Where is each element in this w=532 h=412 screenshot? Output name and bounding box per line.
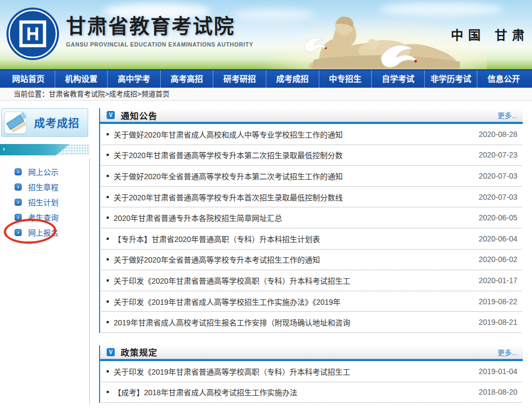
notice-date: 2020-07-03 bbox=[478, 193, 522, 201]
nav-item-8[interactable]: 非学历考试 bbox=[424, 70, 477, 88]
sidebar-item-1[interactable]: ›招生章程 bbox=[0, 179, 90, 194]
site-banner: 甘肃省教育考试院 GANSU PROVINCIAL EDUCATION EXAM… bbox=[0, 0, 532, 69]
section-rows: 关于做好2020年甘肃省成人高校和成人中等专业学校招生工作的通知2020-08-… bbox=[100, 124, 523, 333]
sidebar: 成考成招 › ›网上公示›招生章程›招生计划›考生查询›网上报名 bbox=[0, 101, 90, 403]
chevron-right-icon: › bbox=[15, 214, 22, 221]
bullet-icon bbox=[107, 300, 109, 303]
section-check-icon: V bbox=[107, 348, 115, 356]
channel-title: 成考成招 bbox=[34, 115, 80, 130]
notice-date: 2019-08-21 bbox=[478, 318, 522, 326]
channel-books-icon bbox=[4, 112, 27, 134]
section-check-icon: V bbox=[107, 111, 115, 119]
chevron-right-icon: › bbox=[15, 184, 22, 191]
section-title: 通知公告 bbox=[121, 109, 157, 122]
sidebar-strip: › bbox=[0, 144, 90, 155]
list-item[interactable]: 关于2020年甘肃省普通高等学校专升本第二次招生录取最低控制分数2020-07-… bbox=[101, 145, 522, 166]
bullet-icon bbox=[107, 370, 109, 372]
dove-icon bbox=[377, 41, 422, 69]
notice-date: 2020-06-05 bbox=[478, 213, 522, 222]
channel-header: 成考成招 bbox=[1, 108, 88, 137]
notice-title-link[interactable]: 【成考】2018年甘肃省成人高校考试招生工作实施办法 bbox=[114, 387, 297, 397]
bullet-icon bbox=[107, 175, 109, 177]
list-item[interactable]: 2019年甘肃省成人高校考试招生报名工作安排（附现场确认地址和咨询2019-08… bbox=[101, 312, 522, 333]
notice-date: 2020-08-28 bbox=[478, 130, 522, 139]
sidebar-item-label: 考生查询 bbox=[28, 212, 58, 223]
notice-title-link[interactable]: 2020年甘肃省普通专升本各院校招生简章网址汇总 bbox=[114, 212, 282, 223]
bullet-icon bbox=[107, 133, 109, 135]
main-nav: 网站首页机构设置高中学考高考高招研考研招成考成招中专招生自学考试非学历考试信息公… bbox=[0, 69, 532, 88]
list-item[interactable]: 2020年甘肃省普通专升本各院校招生简章网址汇总2020-06-05 bbox=[101, 207, 522, 228]
sidebar-item-2[interactable]: ›招生计划 bbox=[0, 194, 90, 210]
list-item[interactable]: 关于做好2020年全省普通高等学校专升本考试招生工作的通知2020-06-02 bbox=[101, 250, 522, 271]
sidebar-item-label: 网上报名 bbox=[28, 227, 58, 238]
notice-title-link[interactable]: 【专升本】甘肃省2020年普通高职（专科）升本科招生计划表 bbox=[114, 233, 320, 244]
notice-title-link[interactable]: 关于2020年甘肃省普通高等学校专升本首次招生录取最低控制分数线 bbox=[114, 192, 343, 202]
site-title: 甘肃省教育考试院 bbox=[66, 15, 253, 39]
site-title-block: 甘肃省教育考试院 GANSU PROVINCIAL EDUCATION EXAM… bbox=[66, 15, 253, 48]
section-header: V通知公告更多... bbox=[100, 108, 523, 124]
notice-date: 2020-07-23 bbox=[478, 151, 522, 159]
notice-title-link[interactable]: 关于做好2020年全省普通高等学校专升本第二次考试招生工作的通知 bbox=[114, 171, 343, 181]
more-link[interactable]: 更多... bbox=[497, 110, 517, 120]
sidebar-item-label: 招生章程 bbox=[28, 181, 58, 192]
sidebar-item-label: 网上公示 bbox=[28, 166, 58, 177]
nav-item-5[interactable]: 成考成招 bbox=[266, 70, 319, 88]
bullet-icon bbox=[107, 238, 109, 240]
sidebar-item-4[interactable]: ›网上报名 bbox=[0, 225, 90, 240]
content-layout: 成考成招 › ›网上公示›招生章程›招生计划›考生查询›网上报名 V通知公告更多… bbox=[0, 101, 532, 403]
nav-item-0[interactable]: 网站首页 bbox=[2, 70, 55, 88]
list-item[interactable]: 【专升本】甘肃省2020年普通高职（专科）升本科招生计划表2020-06-04 bbox=[101, 228, 522, 250]
bullet-icon bbox=[107, 391, 109, 393]
more-link[interactable]: 更多... bbox=[497, 347, 517, 357]
sidebar-menu: ›网上公示›招生章程›招生计划›考生查询›网上报名 bbox=[0, 164, 90, 240]
notice-date: 2019-08-22 bbox=[478, 297, 522, 306]
section-title: 政策规定 bbox=[121, 345, 157, 358]
notice-date: 2018-08-20 bbox=[478, 388, 522, 396]
nav-item-3[interactable]: 高考高招 bbox=[160, 70, 213, 88]
nav-item-6[interactable]: 中专招生 bbox=[319, 70, 372, 88]
notice-title-link[interactable]: 关于印发《2019年甘肃省普通高等学校高职（专科）升本科考试招生工 bbox=[114, 366, 350, 377]
list-item[interactable]: 关于印发《2019年甘肃省普通高等学校高职（专科）升本科考试招生工2019-01… bbox=[101, 361, 522, 382]
nav-item-2[interactable]: 高中学考 bbox=[107, 70, 160, 88]
gansu-education-logo-icon[interactable] bbox=[6, 7, 60, 61]
section-0: V通知公告更多...关于做好2020年甘肃省成人高校和成人中等专业学校招生工作的… bbox=[99, 108, 523, 333]
bullet-icon bbox=[107, 196, 109, 198]
notice-title-link[interactable]: 关于印发《2019年甘肃省成人高等学校招生工作实施办法》《2019年 bbox=[114, 296, 340, 307]
list-item[interactable]: 关于印发《2019年甘肃省成人高等学校招生工作实施办法》《2019年2019-0… bbox=[101, 291, 522, 312]
nav-item-1[interactable]: 机构设置 bbox=[55, 70, 108, 88]
site-subtitle: GANSU PROVINCIAL EDUCATION EXAMINATIONS … bbox=[66, 41, 253, 48]
main-nav-list: 网站首页机构设置高中学考高考高招研考研招成考成招中专招生自学考试非学历考试信息公… bbox=[0, 70, 532, 88]
nav-item-9[interactable]: 信息公开 bbox=[477, 70, 530, 88]
notice-date: 2020-01-17 bbox=[478, 276, 522, 285]
notice-date: 2019-01-04 bbox=[478, 367, 522, 376]
section-header: V政策规定更多... bbox=[100, 345, 523, 361]
bullet-icon bbox=[107, 279, 109, 282]
chevron-right-icon: › bbox=[15, 168, 22, 175]
breadcrumb[interactable]: 当前位置：甘肃省教育考试院>成考成招>频道首页 bbox=[0, 88, 532, 101]
main-content: V通知公告更多...关于做好2020年甘肃省成人高校和成人中等专业学校招生工作的… bbox=[99, 101, 523, 403]
section-1: V政策规定更多...关于印发《2019年甘肃省普通高等学校高职（专科）升本科考试… bbox=[99, 345, 523, 403]
notice-title-link[interactable]: 关于做好2020年甘肃省成人高校和成人中等专业学校招生工作的通知 bbox=[114, 129, 343, 140]
chevron-right-icon: › bbox=[15, 199, 22, 206]
list-item[interactable]: 关于做好2020年全省普通高等学校专升本第二次考试招生工作的通知2020-07-… bbox=[101, 166, 522, 187]
list-item[interactable]: 关于印发《2020年甘肃省普通高等学校高职（专科）升本科考试招生工2020-01… bbox=[101, 270, 522, 291]
breadcrumb-text: 当前位置：甘肃省教育考试院>成考成招>频道首页 bbox=[14, 90, 169, 98]
notice-date: 2020-07-03 bbox=[478, 172, 522, 180]
sidebar-item-0[interactable]: ›网上公示 bbox=[0, 164, 90, 179]
notice-title-link[interactable]: 2019年甘肃省成人高校考试招生报名工作安排（附现场确认地址和咨询 bbox=[114, 317, 350, 328]
nav-item-4[interactable]: 研考研招 bbox=[213, 70, 266, 88]
list-item[interactable]: 关于2020年甘肃省普通高等学校专升本首次招生录取最低控制分数线2020-07-… bbox=[101, 187, 522, 208]
sidebar-item-3[interactable]: ›考生查询 bbox=[0, 210, 90, 225]
nav-item-7[interactable]: 自学考试 bbox=[371, 70, 424, 88]
notice-title-link[interactable]: 关于2020年甘肃省普通高等学校专升本第二次招生录取最低控制分数 bbox=[114, 149, 343, 160]
list-item[interactable]: 关于做好2020年甘肃省成人高校和成人中等专业学校招生工作的通知2020-08-… bbox=[101, 124, 522, 145]
notice-date: 2020-06-02 bbox=[478, 255, 522, 264]
section-rows: 关于印发《2019年甘肃省普通高等学校高职（专科）升本科考试招生工2019-01… bbox=[100, 361, 523, 403]
bullet-icon bbox=[107, 258, 109, 260]
dove-icon bbox=[301, 34, 329, 56]
notice-title-link[interactable]: 关于做好2020年全省普通高等学校专升本考试招生工作的通知 bbox=[114, 254, 320, 265]
list-item[interactable]: 【成考】2018年甘肃省成人高校考试招生工作实施办法2018-08-20 bbox=[101, 382, 522, 403]
bullet-icon bbox=[107, 217, 109, 219]
notice-title-link[interactable]: 关于印发《2020年甘肃省普通高等学校高职（专科）升本科考试招生工 bbox=[114, 275, 350, 286]
region-label: 中国 甘肃 bbox=[451, 25, 529, 43]
